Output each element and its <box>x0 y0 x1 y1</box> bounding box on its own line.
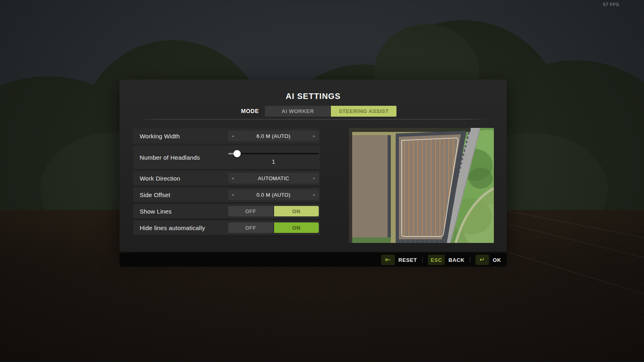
side-offset-value: 0.0 M (AUTO) <box>256 192 290 198</box>
field-preview-map <box>349 128 494 243</box>
dialog-footer-bar: ⇤ RESET ESC BACK ↵ OK <box>120 253 507 267</box>
stepper-right-arrow-icon[interactable]: ▸ <box>313 173 315 183</box>
headlands-slider-control: 1 <box>228 150 319 165</box>
row-working-width: Working Width ◂ 6.0 M (AUTO) ▸ <box>133 128 320 144</box>
show-lines-toggle: OFF ON <box>228 206 319 216</box>
settings-list: Working Width ◂ 6.0 M (AUTO) ▸ Number of… <box>133 128 320 235</box>
working-width-label: Working Width <box>133 133 228 140</box>
enter-key-badge: ↵ <box>475 255 489 265</box>
ok-button[interactable]: OK <box>493 257 501 263</box>
footer-separator <box>422 257 423 263</box>
ai-settings-dialog: AI SETTINGS MODE AI WORKER STEERING ASSI… <box>120 80 507 252</box>
show-lines-label: Show Lines <box>133 208 228 215</box>
reset-key-badge: ⇤ <box>381 255 395 265</box>
tab-steering-assist[interactable]: STEERING ASSIST <box>331 106 396 117</box>
fps-counter: 57 FPS <box>603 2 619 7</box>
enter-key-icon: ↵ <box>479 257 485 263</box>
slider-track[interactable] <box>228 153 319 154</box>
hide-lines-off-button[interactable]: OFF <box>228 222 273 233</box>
stepper-left-arrow-icon[interactable]: ◂ <box>232 189 234 200</box>
working-width-value: 6.0 M (AUTO) <box>256 133 290 139</box>
hide-lines-on-button[interactable]: ON <box>274 222 319 233</box>
dialog-title: AI SETTINGS <box>120 92 507 101</box>
row-work-direction: Work Direction ◂ AUTOMATIC ▸ <box>133 171 320 185</box>
row-show-lines: Show Lines OFF ON <box>133 204 320 218</box>
backspace-key-icon: ⇤ <box>385 257 391 263</box>
stepper-left-arrow-icon[interactable]: ◂ <box>232 173 234 183</box>
hide-lines-label: Hide lines automatically <box>133 224 228 231</box>
row-side-offset: Side Offset ◂ 0.0 M (AUTO) ▸ <box>133 187 320 202</box>
stepper-right-arrow-icon[interactable]: ▸ <box>313 189 315 200</box>
number-of-headlands-label: Number of Headlands <box>133 154 228 161</box>
ok-action[interactable]: ↵ OK <box>475 255 501 265</box>
reset-button[interactable]: RESET <box>398 257 417 263</box>
reset-action[interactable]: ⇤ RESET <box>381 255 417 265</box>
work-direction-stepper[interactable]: ◂ AUTOMATIC ▸ <box>228 173 319 183</box>
side-offset-label: Side Offset <box>133 191 228 198</box>
headlands-slider[interactable] <box>228 150 319 157</box>
work-direction-value: AUTOMATIC <box>258 175 289 181</box>
stepper-left-arrow-icon[interactable]: ◂ <box>232 131 234 141</box>
back-button[interactable]: BACK <box>448 257 464 263</box>
working-width-stepper[interactable]: ◂ 6.0 M (AUTO) ▸ <box>228 131 319 141</box>
slider-handle[interactable] <box>233 150 241 157</box>
row-hide-lines-automatically: Hide lines automatically OFF ON <box>133 220 320 235</box>
show-lines-on-button[interactable]: ON <box>274 206 319 216</box>
mode-label: MODE <box>241 108 259 114</box>
mode-tab-bar: MODE AI WORKER STEERING ASSIST <box>120 105 507 117</box>
hide-lines-toggle: OFF ON <box>228 222 319 233</box>
row-number-of-headlands: Number of Headlands 1 <box>133 146 320 169</box>
back-action[interactable]: ESC BACK <box>428 255 464 265</box>
stepper-right-arrow-icon[interactable]: ▸ <box>313 131 315 141</box>
side-offset-stepper[interactable]: ◂ 0.0 M (AUTO) ▸ <box>228 189 319 200</box>
esc-key-badge: ESC <box>428 255 445 265</box>
headlands-value: 1 <box>228 158 319 165</box>
tab-ai-worker[interactable]: AI WORKER <box>265 106 330 117</box>
footer-separator <box>470 257 470 263</box>
field-preview-svg <box>349 128 494 243</box>
header-divider <box>139 119 487 119</box>
work-direction-label: Work Direction <box>133 175 228 182</box>
show-lines-off-button[interactable]: OFF <box>228 206 273 216</box>
